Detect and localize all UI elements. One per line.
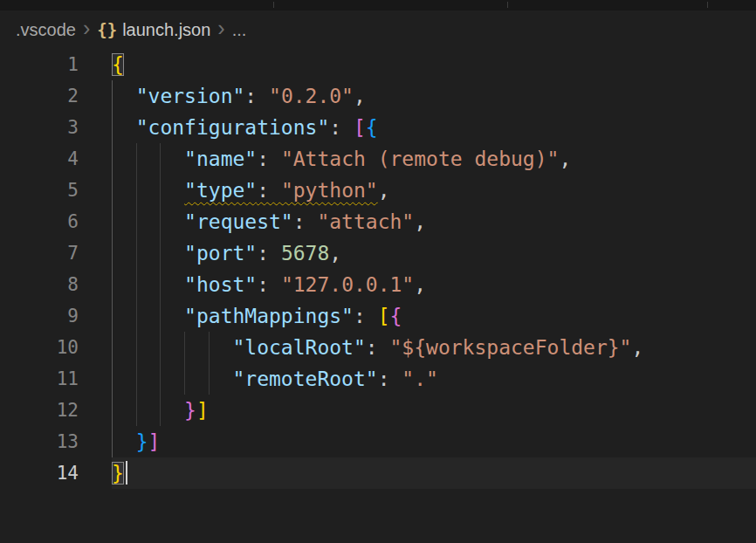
indent-guide [209, 363, 210, 395]
indent-guide [209, 332, 210, 363]
line-number[interactable]: 8 [0, 269, 79, 300]
indent-guide [112, 206, 113, 237]
code-line[interactable]: 3 "configurations": [{ [0, 112, 756, 143]
chevron-right-icon: › [81, 17, 92, 39]
code-token: : [257, 148, 281, 170]
code-content: "localRoot": "${workspaceFolder}", [112, 332, 756, 363]
indent-spaces [112, 210, 184, 233]
json-braces-icon: {} [97, 20, 117, 39]
code-line[interactable]: 1{ [0, 49, 756, 80]
code-content: "host": "127.0.0.1", [112, 269, 756, 300]
code-token: , [329, 242, 341, 265]
line-number[interactable]: 13 [0, 426, 79, 457]
line-number[interactable]: 4 [0, 143, 79, 175]
code-line[interactable]: 4 "name": "Attach (remote debug)", [0, 143, 756, 175]
indent-spaces [112, 85, 136, 107]
line-number[interactable]: 3 [0, 112, 79, 143]
indent-spaces [112, 242, 184, 265]
code-token: [ [378, 305, 390, 327]
code-line[interactable]: 12 }] [0, 395, 756, 426]
code-line[interactable]: 8 "host": "127.0.0.1", [0, 269, 756, 300]
code-content: "configurations": [{ [112, 112, 756, 143]
code-token: "request" [184, 210, 293, 233]
code-token: "python" [281, 179, 378, 202]
indent-guide [160, 395, 161, 426]
code-token: : [354, 305, 378, 327]
code-line[interactable]: 2 "version": "0.2.0", [0, 80, 756, 112]
line-number[interactable]: 1 [0, 49, 79, 80]
code-line[interactable]: 7 "port": 5678, [0, 237, 756, 269]
breadcrumb-symbol-overflow[interactable]: ... [232, 20, 247, 40]
code-token: "localRoot" [232, 336, 365, 359]
line-number[interactable]: 5 [0, 175, 79, 206]
indent-guide [160, 269, 161, 300]
code-token: "remoteRoot" [232, 368, 377, 390]
code-token: : [244, 85, 269, 107]
indent-spaces [112, 148, 184, 170]
indent-guide [136, 395, 137, 426]
code-token: , [354, 85, 366, 107]
indent-guide [160, 143, 161, 175]
code-token: "port" [184, 242, 257, 265]
code-token: : [257, 179, 281, 202]
code-token: "." [402, 368, 438, 390]
code-token: : [366, 336, 390, 359]
code-token: "pathMappings" [184, 305, 354, 327]
code-area: 1{2 "version": "0.2.0",3 "configurations… [0, 49, 756, 489]
line-number[interactable]: 9 [0, 300, 79, 332]
line-number[interactable]: 10 [0, 332, 79, 363]
code-token: , [559, 148, 571, 170]
indent-guide [160, 363, 161, 395]
code-content: { [112, 49, 756, 80]
indent-spaces [112, 179, 184, 202]
indent-guide [112, 395, 113, 426]
code-content: }] [112, 426, 756, 457]
code-line[interactable]: 11 "remoteRoot": "." [0, 363, 756, 395]
tab-separator [707, 2, 708, 8]
indent-guide [136, 332, 137, 363]
code-token: "version" [136, 85, 245, 107]
line-number[interactable]: 14 [0, 457, 79, 489]
breadcrumb-file[interactable]: launch.json [122, 20, 210, 40]
code-content: "version": "0.2.0", [112, 80, 756, 112]
code-line[interactable]: 6 "request": "attach", [0, 206, 756, 237]
code-content: "port": 5678, [112, 237, 756, 269]
line-number[interactable]: 2 [0, 80, 79, 112]
code-content: "name": "Attach (remote debug)", [112, 143, 756, 175]
code-token: , [631, 336, 643, 359]
code-token: "${workspaceFolder}" [390, 336, 632, 359]
indent-guide [112, 143, 113, 175]
indent-guide [160, 175, 161, 206]
code-line[interactable]: 9 "pathMappings": [{ [0, 300, 756, 332]
code-content: "pathMappings": [{ [112, 300, 756, 332]
code-token: "127.0.0.1" [281, 273, 414, 296]
indent-guide [112, 80, 113, 112]
code-token: "attach" [317, 210, 414, 233]
code-token: "type" [184, 179, 257, 202]
tab-separator [507, 2, 508, 8]
code-line[interactable]: 10 "localRoot": "${workspaceFolder}", [0, 332, 756, 363]
indent-guide [112, 175, 113, 206]
line-number[interactable]: 12 [0, 395, 79, 426]
editor[interactable]: 1{2 "version": "0.2.0",3 "configurations… [0, 49, 756, 489]
code-token: "configurations" [136, 116, 330, 139]
indent-guide [136, 269, 137, 300]
code-line[interactable]: 14} [0, 457, 756, 489]
line-number[interactable]: 7 [0, 237, 79, 269]
code-line[interactable]: 5 "type": "python", [0, 175, 756, 206]
code-token: "host" [184, 273, 257, 296]
breadcrumb-folder[interactable]: .vscode [16, 20, 76, 40]
code-token: } [184, 399, 196, 422]
code-token: , [414, 210, 426, 233]
indent-guide [112, 237, 113, 269]
chevron-right-icon: › [216, 17, 226, 39]
code-token: { [366, 116, 378, 139]
code-token: } [112, 462, 124, 485]
code-token: : [257, 242, 281, 265]
line-number[interactable]: 6 [0, 206, 79, 237]
code-content: } [112, 457, 756, 489]
indent-guide [112, 332, 113, 363]
indent-spaces [112, 430, 136, 453]
line-number[interactable]: 11 [0, 363, 79, 395]
code-line[interactable]: 13 }] [0, 426, 756, 457]
